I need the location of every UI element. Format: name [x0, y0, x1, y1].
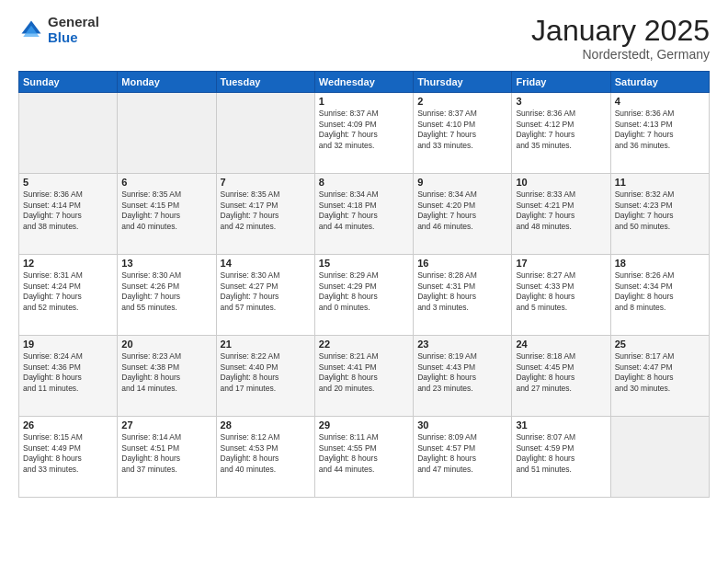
day-info: Sunrise: 8:32 AM Sunset: 4:23 PM Dayligh…: [615, 190, 705, 232]
day-number: 17: [516, 258, 606, 269]
calendar-cell: 6Sunrise: 8:35 AM Sunset: 4:15 PM Daylig…: [118, 174, 216, 255]
calendar-cell: 2Sunrise: 8:37 AM Sunset: 4:10 PM Daylig…: [414, 93, 512, 174]
calendar-cell: 11Sunrise: 8:32 AM Sunset: 4:23 PM Dayli…: [610, 174, 709, 255]
calendar-cell: 7Sunrise: 8:35 AM Sunset: 4:17 PM Daylig…: [216, 174, 314, 255]
day-number: 25: [615, 339, 705, 350]
header-tuesday: Tuesday: [216, 72, 314, 93]
day-number: 14: [221, 258, 311, 269]
day-number: 29: [319, 419, 409, 431]
calendar-cell: 24Sunrise: 8:18 AM Sunset: 4:45 PM Dayli…: [512, 336, 610, 417]
calendar-cell: 5Sunrise: 8:36 AM Sunset: 4:14 PM Daylig…: [19, 174, 118, 255]
calendar-cell: 25Sunrise: 8:17 AM Sunset: 4:47 PM Dayli…: [610, 336, 709, 417]
day-number: 31: [516, 419, 606, 431]
calendar-cell: [216, 93, 314, 174]
calendar-cell: 3Sunrise: 8:36 AM Sunset: 4:12 PM Daylig…: [512, 93, 610, 174]
calendar-week-2: 5Sunrise: 8:36 AM Sunset: 4:14 PM Daylig…: [19, 174, 710, 255]
day-info: Sunrise: 8:30 AM Sunset: 4:26 PM Dayligh…: [121, 270, 211, 313]
day-info: Sunrise: 8:19 AM Sunset: 4:43 PM Dayligh…: [417, 351, 507, 394]
calendar-week-5: 26Sunrise: 8:15 AM Sunset: 4:49 PM Dayli…: [19, 417, 710, 498]
day-info: Sunrise: 8:37 AM Sunset: 4:09 PM Dayligh…: [319, 109, 409, 151]
day-info: Sunrise: 8:18 AM Sunset: 4:45 PM Dayligh…: [516, 351, 606, 394]
calendar-cell: 13Sunrise: 8:30 AM Sunset: 4:26 PM Dayli…: [118, 255, 216, 336]
calendar-cell: 21Sunrise: 8:22 AM Sunset: 4:40 PM Dayli…: [216, 336, 314, 417]
day-number: 22: [319, 339, 409, 350]
header-saturday: Saturday: [610, 72, 709, 93]
calendar-cell: 14Sunrise: 8:30 AM Sunset: 4:27 PM Dayli…: [216, 255, 314, 336]
day-info: Sunrise: 8:17 AM Sunset: 4:47 PM Dayligh…: [615, 351, 705, 394]
day-info: Sunrise: 8:09 AM Sunset: 4:57 PM Dayligh…: [417, 432, 507, 475]
day-number: 20: [121, 339, 211, 350]
calendar-cell: 12Sunrise: 8:31 AM Sunset: 4:24 PM Dayli…: [19, 255, 118, 336]
calendar-cell: 29Sunrise: 8:11 AM Sunset: 4:55 PM Dayli…: [314, 417, 413, 498]
day-number: 18: [615, 258, 705, 269]
day-number: 4: [615, 96, 705, 107]
day-number: 19: [23, 339, 113, 350]
day-info: Sunrise: 8:23 AM Sunset: 4:38 PM Dayligh…: [121, 351, 211, 394]
day-number: 15: [319, 258, 409, 269]
day-info: Sunrise: 8:24 AM Sunset: 4:36 PM Dayligh…: [23, 351, 113, 394]
calendar-cell: 22Sunrise: 8:21 AM Sunset: 4:41 PM Dayli…: [314, 336, 413, 417]
calendar-cell: 19Sunrise: 8:24 AM Sunset: 4:36 PM Dayli…: [19, 336, 118, 417]
calendar-cell: 8Sunrise: 8:34 AM Sunset: 4:18 PM Daylig…: [314, 174, 413, 255]
day-info: Sunrise: 8:35 AM Sunset: 4:15 PM Dayligh…: [121, 190, 211, 232]
day-number: 3: [516, 96, 606, 107]
day-number: 27: [121, 419, 211, 431]
day-info: Sunrise: 8:11 AM Sunset: 4:55 PM Dayligh…: [319, 432, 409, 475]
header-row: Sunday Monday Tuesday Wednesday Thursday…: [19, 72, 710, 93]
day-number: 12: [23, 258, 113, 269]
logo-general-text: General: [48, 15, 99, 30]
day-number: 24: [516, 339, 606, 350]
day-info: Sunrise: 8:07 AM Sunset: 4:59 PM Dayligh…: [516, 432, 606, 475]
header-friday: Friday: [512, 72, 610, 93]
day-info: Sunrise: 8:31 AM Sunset: 4:24 PM Dayligh…: [23, 270, 113, 313]
day-number: 21: [221, 339, 311, 350]
day-info: Sunrise: 8:33 AM Sunset: 4:21 PM Dayligh…: [516, 190, 606, 232]
day-info: Sunrise: 8:26 AM Sunset: 4:34 PM Dayligh…: [615, 270, 705, 313]
day-number: 2: [417, 96, 507, 107]
title-block: January 2025 Norderstedt, Germany: [531, 15, 710, 62]
calendar-cell: 26Sunrise: 8:15 AM Sunset: 4:49 PM Dayli…: [19, 417, 118, 498]
calendar-cell: 16Sunrise: 8:28 AM Sunset: 4:31 PM Dayli…: [414, 255, 512, 336]
day-info: Sunrise: 8:12 AM Sunset: 4:53 PM Dayligh…: [221, 432, 311, 475]
calendar-cell: 15Sunrise: 8:29 AM Sunset: 4:29 PM Dayli…: [314, 255, 413, 336]
day-number: 10: [516, 177, 606, 188]
day-info: Sunrise: 8:36 AM Sunset: 4:13 PM Dayligh…: [615, 109, 705, 151]
calendar-cell: 10Sunrise: 8:33 AM Sunset: 4:21 PM Dayli…: [512, 174, 610, 255]
day-number: 30: [417, 419, 507, 431]
calendar-cell: 17Sunrise: 8:27 AM Sunset: 4:33 PM Dayli…: [512, 255, 610, 336]
logo-blue-text: Blue: [48, 30, 99, 46]
day-info: Sunrise: 8:34 AM Sunset: 4:18 PM Dayligh…: [319, 190, 409, 232]
header-thursday: Thursday: [414, 72, 512, 93]
day-number: 1: [319, 96, 409, 107]
logo-icon: [18, 17, 44, 43]
calendar-week-1: 1Sunrise: 8:37 AM Sunset: 4:09 PM Daylig…: [19, 93, 710, 174]
day-info: Sunrise: 8:37 AM Sunset: 4:10 PM Dayligh…: [417, 109, 507, 151]
calendar-week-4: 19Sunrise: 8:24 AM Sunset: 4:36 PM Dayli…: [19, 336, 710, 417]
day-info: Sunrise: 8:22 AM Sunset: 4:40 PM Dayligh…: [221, 351, 311, 394]
day-info: Sunrise: 8:30 AM Sunset: 4:27 PM Dayligh…: [221, 270, 311, 313]
day-number: 8: [319, 177, 409, 188]
day-info: Sunrise: 8:15 AM Sunset: 4:49 PM Dayligh…: [23, 432, 113, 475]
day-info: Sunrise: 8:36 AM Sunset: 4:12 PM Dayligh…: [516, 109, 606, 151]
calendar-cell: 27Sunrise: 8:14 AM Sunset: 4:51 PM Dayli…: [118, 417, 216, 498]
logo: General Blue: [18, 15, 99, 45]
header-wednesday: Wednesday: [314, 72, 413, 93]
calendar-body: 1Sunrise: 8:37 AM Sunset: 4:09 PM Daylig…: [19, 93, 710, 498]
page: General Blue January 2025 Norderstedt, G…: [0, 0, 728, 563]
header-sunday: Sunday: [19, 72, 118, 93]
calendar-cell: 9Sunrise: 8:34 AM Sunset: 4:20 PM Daylig…: [414, 174, 512, 255]
header-monday: Monday: [118, 72, 216, 93]
day-number: 5: [23, 177, 113, 188]
calendar-cell: [118, 93, 216, 174]
day-info: Sunrise: 8:35 AM Sunset: 4:17 PM Dayligh…: [221, 190, 311, 232]
calendar-week-3: 12Sunrise: 8:31 AM Sunset: 4:24 PM Dayli…: [19, 255, 710, 336]
day-info: Sunrise: 8:21 AM Sunset: 4:41 PM Dayligh…: [319, 351, 409, 394]
calendar-cell: 18Sunrise: 8:26 AM Sunset: 4:34 PM Dayli…: [610, 255, 709, 336]
calendar-cell: [610, 417, 709, 498]
calendar-cell: 30Sunrise: 8:09 AM Sunset: 4:57 PM Dayli…: [414, 417, 512, 498]
calendar-subtitle: Norderstedt, Germany: [531, 47, 710, 62]
logo-text: General Blue: [48, 15, 99, 45]
calendar-cell: 28Sunrise: 8:12 AM Sunset: 4:53 PM Dayli…: [216, 417, 314, 498]
calendar-cell: 1Sunrise: 8:37 AM Sunset: 4:09 PM Daylig…: [314, 93, 413, 174]
day-info: Sunrise: 8:29 AM Sunset: 4:29 PM Dayligh…: [319, 270, 409, 313]
